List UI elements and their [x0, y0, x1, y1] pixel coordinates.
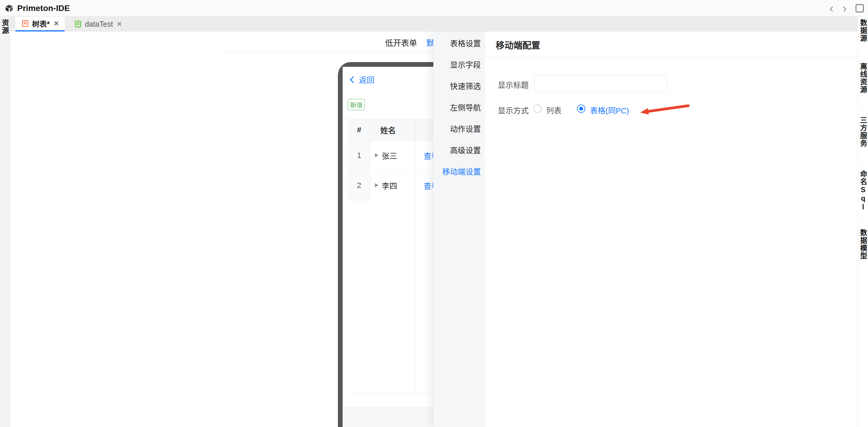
sidebar-item-datasource[interactable]: 数据源 — [858, 19, 868, 42]
left-sidebar: 资源 — [0, 17, 10, 427]
header-index: # — [348, 119, 371, 140]
divider — [485, 57, 858, 57]
right-sidebar: 数据源 离线资源 三方服务 命名Sql 数据模型 — [858, 17, 868, 427]
data-table-icon — [74, 20, 82, 28]
cell-index: 1 — [348, 140, 371, 170]
sidebar-item-resources[interactable]: 资源 — [0, 19, 10, 34]
cell-index: 2 — [348, 170, 371, 200]
cell-name: 李四 — [382, 180, 397, 191]
tab-bar: 树表* × dataTest × — [10, 17, 858, 31]
titlebar-actions: ‹ › — [830, 0, 864, 17]
expand-caret-icon[interactable] — [375, 183, 378, 188]
sidebar-item-named-sql[interactable]: 命名Sql — [858, 170, 868, 211]
close-icon[interactable]: × — [54, 19, 59, 28]
subtab-default-view[interactable]: 默 — [426, 37, 434, 49]
radio-table-label[interactable]: 表格(同PC) — [590, 105, 629, 115]
divider — [860, 161, 867, 161]
titlebar: Primeton-IDE ‹ › — [0, 0, 868, 17]
sidebar-item-offline-resources[interactable]: 离线资源 — [858, 63, 868, 93]
app-logo-icon — [5, 4, 13, 13]
menu-item-action-settings[interactable]: 动作设置 — [433, 118, 485, 139]
tab-label: dataTest — [85, 20, 113, 29]
settings-menu: 表格设置 显示字段 快速筛选 左侧导航 动作设置 高级设置 移动端设置 — [433, 31, 485, 427]
back-link[interactable]: 返回 — [351, 74, 374, 85]
menu-item-left-nav[interactable]: 左侧导航 — [433, 96, 485, 118]
tab-label: 树表* — [32, 18, 50, 29]
display-title-label: 显示标题 — [498, 79, 529, 90]
app-window: Primeton-IDE ‹ › 资源 树表* × — [0, 0, 868, 427]
divider — [221, 53, 435, 53]
sidebar-item-resources-label: 资源 — [0, 19, 10, 34]
back-label: 返回 — [359, 74, 374, 85]
radio-list-label[interactable]: 列表 — [546, 105, 562, 115]
expand-caret-icon[interactable] — [375, 153, 378, 158]
nav-back-icon[interactable]: ‹ — [830, 2, 834, 15]
divider — [860, 220, 867, 221]
form-document-icon — [21, 20, 29, 27]
menu-item-table-settings[interactable]: 表格设置 — [433, 32, 485, 53]
display-mode-label: 显示方式 — [498, 105, 529, 115]
divider — [1, 43, 8, 43]
radio-list-option[interactable] — [533, 105, 542, 113]
tab-tree-table[interactable]: 树表* × — [16, 17, 65, 31]
nav-forward-icon[interactable]: › — [842, 2, 847, 15]
chevron-left-icon — [350, 76, 357, 83]
tab-datatest[interactable]: dataTest × — [68, 17, 128, 31]
menu-item-advanced-settings[interactable]: 高级设置 — [433, 139, 485, 160]
menu-item-mobile-settings[interactable]: 移动端设置 — [433, 160, 485, 182]
cell-name: 张三 — [382, 150, 397, 161]
display-title-input[interactable] — [534, 75, 667, 92]
panel-title: 移动端配置 — [496, 38, 540, 51]
sidebar-item-data-model[interactable]: 数据模型 — [858, 229, 868, 260]
menu-item-display-fields[interactable]: 显示字段 — [433, 53, 485, 75]
settings-panel: 表格设置 显示字段 快速筛选 左侧导航 动作设置 高级设置 移动端设置 移动端配… — [433, 31, 858, 427]
app-title: Primeton-IDE — [17, 4, 70, 13]
sidebar-item-third-party-services[interactable]: 三方服务 — [858, 116, 868, 147]
radio-table-option[interactable] — [577, 105, 585, 113]
subtab-lowcode-form[interactable]: 低开表单 — [385, 37, 417, 49]
close-icon[interactable]: × — [117, 20, 122, 28]
header-name: 姓名 — [371, 119, 415, 140]
add-button[interactable]: 新增 — [348, 99, 365, 110]
divider — [860, 60, 867, 60]
window-layout-icon[interactable] — [856, 4, 864, 12]
divider — [860, 109, 867, 109]
menu-item-quick-filter[interactable]: 快速筛选 — [433, 75, 485, 96]
